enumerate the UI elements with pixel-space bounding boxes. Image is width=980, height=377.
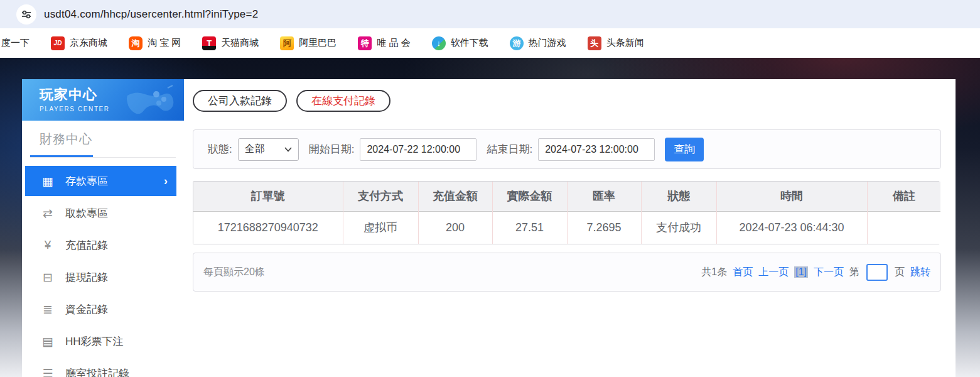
records-table: 訂單號 支付方式 充值金額 實際金額 匯率 狀態 時間 備註 172168827…: [193, 181, 940, 244]
url-text[interactable]: usdt04.com/hhcp/usercenter.html?iniType=…: [44, 8, 258, 21]
bookmark-software-download[interactable]: ↓ 软件下载: [432, 36, 488, 50]
alibaba-icon: 阿: [280, 36, 294, 50]
cash-icon: ≣: [40, 302, 56, 317]
pagination-panel: 每頁顯示20條 共1条 首页 上一页 [1] 下一页 第 页 跳转: [193, 253, 941, 292]
bookmark-alibaba[interactable]: 阿 阿里巴巴: [280, 36, 337, 50]
col-time: 時間: [716, 182, 867, 211]
table-row: 1721688270940732 虚拟币 200 27.51 7.2695 支付…: [193, 211, 940, 244]
col-order-no: 訂單號: [193, 182, 343, 211]
bookmark-label: 阿里巴巴: [299, 37, 337, 49]
bookmark-label: 度一下: [1, 37, 30, 49]
status-select-value: 全部: [245, 143, 265, 156]
bookmark-label: 头条新闻: [606, 37, 644, 49]
bookmark-label: 唯 品 会: [377, 37, 410, 49]
game-robot-icon: 游: [510, 36, 524, 50]
sidebar-item-funds-records[interactable]: ≣ 資金記錄: [25, 294, 176, 324]
tab-label: 公司入款記錄: [208, 94, 272, 108]
finance-center-title: 財務中心: [40, 131, 184, 148]
site-info-chip[interactable]: [16, 4, 36, 25]
cell-order-no: 1721688270940732: [193, 211, 343, 244]
jump-prefix-label: 第: [849, 266, 859, 279]
jump-button[interactable]: 跳转: [910, 266, 930, 279]
sidebar-item-label: 取款專區: [65, 206, 108, 221]
section-underline: [30, 155, 176, 158]
bookmark-label: 天猫商城: [221, 37, 259, 49]
main-content: 公司入款記錄 在線支付記錄 狀態: 全部 開始日期: 結束日期: 查詢: [184, 79, 956, 377]
bookmark-label: 软件下载: [451, 37, 488, 49]
bookmark-jd[interactable]: JD 京东商城: [51, 36, 107, 50]
bookmark-toutiao[interactable]: 头 头条新闻: [588, 36, 644, 50]
tmall-icon: T: [202, 36, 216, 50]
sidebar-item-label: 廳室投註記錄: [65, 366, 129, 377]
cell-recharge-amount: 200: [418, 211, 492, 244]
cell-time: 2024-07-23 06:44:30: [716, 211, 867, 244]
prev-page-link[interactable]: 上一页: [758, 266, 789, 279]
sidebar-item-recharge-records[interactable]: ¥ 充值記錄: [25, 230, 176, 260]
taobao-icon: 淘: [129, 36, 143, 50]
bookmark-label: 淘 宝 网: [148, 37, 181, 49]
sidebar-item-withdraw[interactable]: ⇄ 取款專區: [25, 198, 176, 228]
bookmark-vip[interactable]: 特 唯 品 会: [358, 36, 410, 50]
sidebar-item-hall-bet-records[interactable]: ☰ 廳室投註記錄: [25, 358, 176, 377]
col-exchange-rate: 匯率: [567, 182, 641, 211]
sidebar: 玩家中心 PLAYERS CENTER 財務中心 ▦ 存款專區 › ⇄ 取款專區: [22, 79, 184, 377]
col-remark: 備註: [867, 182, 940, 211]
sidebar-item-deposit[interactable]: ▦ 存款專區 ›: [25, 166, 176, 196]
cell-status: 支付成功: [641, 211, 716, 244]
bookmarks-bar: 度一下 JD 京东商城 淘 淘 宝 网 T 天猫商城 阿 阿里巴巴 特 唯 品 …: [0, 28, 980, 58]
page-number-input[interactable]: [866, 264, 888, 281]
download-icon: ↓: [432, 36, 446, 50]
site-settings-icon: [21, 9, 31, 19]
start-date-input[interactable]: [360, 138, 477, 161]
start-date-label: 開始日期:: [309, 142, 355, 156]
jd-icon: JD: [51, 36, 65, 50]
bookmark-tmall[interactable]: T 天猫商城: [202, 36, 259, 50]
cell-exchange-rate: 7.2695: [567, 211, 641, 244]
bookmark-hot-games[interactable]: 游 热门游戏: [510, 36, 566, 50]
toutiao-icon: 头: [588, 36, 601, 50]
sidebar-nav: ▦ 存款專區 › ⇄ 取款專區 ¥ 充值記錄 ⊟ 提現記錄 ≣ 資金記錄 ▤: [22, 166, 184, 377]
chevron-down-icon: [284, 147, 292, 152]
page-size-text: 每頁顯示20條: [203, 266, 265, 279]
end-date-input[interactable]: [538, 138, 655, 161]
moneybag-icon: ¥: [40, 238, 56, 252]
status-label: 狀態:: [208, 142, 232, 156]
next-page-link[interactable]: 下一页: [814, 266, 844, 279]
record-tabs: 公司入款記錄 在線支付記錄: [193, 90, 956, 112]
query-button[interactable]: 查詢: [665, 138, 704, 161]
tab-online-payment-records[interactable]: 在線支付記錄: [296, 90, 390, 112]
col-recharge-amount: 充值金額: [418, 182, 492, 211]
jump-suffix-label: 页: [895, 266, 905, 279]
sidebar-item-label: HH彩票下注: [65, 334, 124, 349]
withdraw-hand-icon: ⇄: [40, 206, 56, 221]
wallet-icon: ⊟: [40, 270, 56, 285]
end-date-label: 結束日期:: [487, 142, 532, 156]
cell-payment-method: 虚拟币: [343, 211, 418, 244]
sidebar-item-label: 提現記錄: [65, 270, 108, 285]
pagination-controls: 共1条 首页 上一页 [1] 下一页 第 页 跳转: [701, 264, 930, 281]
cell-actual-amount: 27.51: [492, 211, 567, 244]
bookmark-label: 热门游戏: [529, 37, 566, 49]
tab-label: 在線支付記錄: [311, 94, 375, 108]
players-center-header: 玩家中心 PLAYERS CENTER: [22, 79, 184, 121]
sidebar-item-label: 充值記錄: [65, 238, 108, 253]
vip-icon: 特: [358, 36, 372, 50]
bookmark-baidu[interactable]: 度一下: [1, 37, 30, 49]
table-header-row: 訂單號 支付方式 充值金額 實際金額 匯率 狀態 時間 備註: [193, 182, 940, 211]
finance-center-section: 財務中心: [22, 121, 184, 148]
gamepad-icon: [115, 84, 175, 117]
first-page-link[interactable]: 首页: [733, 266, 753, 279]
browser-url-bar: usdt04.com/hhcp/usercenter.html?iniType=…: [0, 0, 980, 28]
page-container: 玩家中心 PLAYERS CENTER 財務中心 ▦ 存款專區 › ⇄ 取款專區: [22, 79, 956, 377]
tab-company-deposit-records[interactable]: 公司入款記錄: [193, 90, 287, 112]
status-select[interactable]: 全部: [238, 138, 299, 161]
bookmark-taobao[interactable]: 淘 淘 宝 网: [129, 36, 181, 50]
col-actual-amount: 實際金額: [492, 182, 567, 211]
sidebar-item-withdrawal-records[interactable]: ⊟ 提現記錄: [25, 262, 176, 292]
total-count-text: 共1条: [701, 266, 727, 279]
sidebar-item-hh-lottery-bets[interactable]: ▤ HH彩票下注: [25, 326, 176, 356]
deposit-card-icon: ▦: [40, 174, 56, 188]
ticket-list-icon: ▤: [40, 334, 56, 349]
filter-panel: 狀態: 全部 開始日期: 結束日期: 查詢: [193, 129, 941, 169]
col-status: 狀態: [641, 182, 716, 211]
